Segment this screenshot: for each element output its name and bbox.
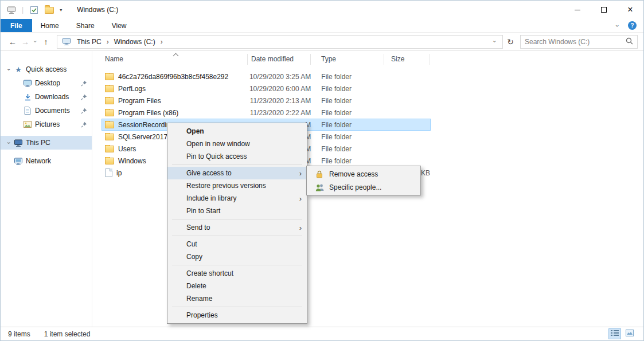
properties-icon[interactable] — [29, 5, 39, 15]
submenu-arrow-icon: › — [299, 194, 302, 203]
details-view-button[interactable] — [608, 328, 621, 339]
menu-separator — [172, 236, 302, 236]
menu-item-delete[interactable]: Delete — [167, 280, 307, 292]
sidebar-item-label: This PC — [26, 139, 50, 147]
file-row[interactable]: 46c2a726da869f96b3b8c5f458e292 10/29/202… — [102, 70, 431, 83]
menu-item-create-shortcut[interactable]: Create shortcut — [167, 267, 307, 280]
explorer-icon — [6, 5, 17, 15]
column-header-type[interactable]: Type — [311, 54, 384, 65]
menu-item-open-in-new-window[interactable]: Open in new window — [167, 138, 307, 150]
this-pc-icon — [13, 139, 24, 147]
pin-icon — [81, 80, 87, 88]
menu-item-rename[interactable]: Rename — [167, 292, 307, 305]
tab-view[interactable]: View — [103, 19, 135, 32]
sidebar-item-documents[interactable]: Documents — [1, 104, 92, 117]
sidebar-item-label: Pictures — [35, 120, 60, 128]
tab-home[interactable]: Home — [32, 19, 68, 32]
search-icon[interactable] — [626, 37, 633, 46]
minimize-icon — [575, 10, 580, 10]
file-row[interactable]: Program Files (x86) 11/23/2020 2:22 AM F… — [102, 107, 431, 119]
sidebar-item-label: Desktop — [35, 79, 60, 87]
column-label: Date modified — [251, 55, 294, 63]
minimize-button[interactable] — [564, 1, 591, 19]
breadcrumb-this-pc[interactable]: This PC — [73, 38, 105, 46]
column-label: Size — [391, 55, 404, 63]
pin-icon — [81, 121, 87, 130]
folder-icon — [105, 73, 114, 80]
pictures-icon — [22, 121, 33, 128]
new-folder-icon[interactable] — [44, 5, 54, 15]
qat-dropdown-icon[interactable]: ▾ — [60, 7, 62, 13]
file-name: Program Files — [118, 97, 161, 105]
file-name: Users — [118, 145, 136, 153]
folder-icon — [105, 121, 114, 128]
column-label: Type — [321, 55, 336, 63]
menu-separator — [172, 265, 302, 265]
breadcrumb-separator-icon[interactable]: › — [159, 38, 165, 46]
sidebar-item-network[interactable]: Network — [1, 154, 92, 168]
address-bar: ← → › ↑ This PC › Windows (C:) › › ↻ — [1, 33, 643, 51]
submenu-item-remove-access[interactable]: Remove access — [307, 167, 420, 181]
tab-file[interactable]: File — [1, 19, 32, 32]
sidebar-item-pictures[interactable]: Pictures — [1, 117, 92, 131]
menu-separator — [172, 307, 302, 307]
help-icon[interactable]: ? — [628, 21, 637, 30]
recent-locations-icon[interactable]: › — [32, 38, 40, 45]
sidebar-item-desktop[interactable]: Desktop — [1, 76, 92, 90]
close-button[interactable]: × — [617, 1, 643, 19]
sidebar-item-quick-access[interactable]: › ★ Quick access — [1, 62, 92, 76]
sidebar-item-label: Network — [26, 157, 51, 165]
search-box — [520, 35, 638, 49]
menu-item-pin-to-start[interactable]: Pin to Start — [167, 205, 307, 217]
submenu-arrow-icon: › — [299, 224, 302, 232]
sidebar-item-this-pc[interactable]: › This PC — [1, 136, 92, 150]
details-view-icon — [611, 330, 619, 338]
menu-item-pin-to-quick-access[interactable]: Pin to Quick access — [167, 150, 307, 163]
folder-icon — [105, 109, 114, 116]
file-type: File folder — [311, 97, 384, 105]
forward-icon[interactable]: → — [19, 37, 32, 46]
chevron-expanded-icon[interactable]: › — [5, 66, 13, 73]
file-name: ip — [116, 169, 122, 177]
folder-icon — [105, 158, 114, 164]
menu-item-properties[interactable]: Properties — [167, 309, 307, 322]
menu-item-restore-previous-versions[interactable]: Restore previous versions — [167, 179, 307, 192]
file-name: 46c2a726da869f96b3b8c5f458e292 — [118, 73, 228, 81]
column-header-date-modified[interactable]: Date modified — [248, 54, 311, 65]
refresh-icon[interactable]: ↻ — [503, 37, 518, 46]
chevron-expanded-icon[interactable]: › — [5, 140, 13, 146]
file-name: Windows — [118, 157, 146, 165]
back-icon[interactable]: ← — [6, 37, 19, 46]
menu-item-give-access-to[interactable]: Give access to› — [167, 167, 307, 179]
column-headers: Name Date modified Type Size — [102, 51, 643, 67]
large-icons-view-icon — [626, 330, 634, 338]
maximize-button[interactable] — [591, 1, 617, 19]
large-icons-view-button[interactable] — [623, 328, 636, 339]
sort-ascending-icon — [173, 53, 179, 58]
search-input[interactable] — [525, 38, 626, 46]
column-header-size[interactable]: Size — [384, 54, 430, 65]
address-dropdown-icon[interactable]: › — [489, 38, 500, 45]
sidebar-item-downloads[interactable]: Downloads — [1, 90, 92, 104]
window-controls: × — [564, 1, 643, 19]
ribbon-tabs: File Home Share View › ? — [1, 19, 643, 33]
tab-share[interactable]: Share — [68, 19, 103, 32]
sidebar-item-label: Quick access — [26, 65, 67, 73]
up-icon[interactable]: ↑ — [40, 37, 52, 46]
file-type: File folder — [311, 157, 384, 165]
menu-item-include-in-library[interactable]: Include in library› — [167, 192, 307, 205]
breadcrumb-separator-icon[interactable]: › — [105, 38, 111, 46]
file-name-cell: 46c2a726da869f96b3b8c5f458e292 — [102, 73, 248, 81]
menu-item-cut[interactable]: Cut — [167, 238, 307, 250]
address-box[interactable]: This PC › Windows (C:) › › — [57, 35, 503, 49]
breadcrumb-windows-c[interactable]: Windows (C:) — [111, 38, 159, 46]
column-header-name[interactable]: Name — [102, 54, 248, 65]
menu-item-open[interactable]: Open — [167, 125, 307, 138]
file-row[interactable]: Program Files 11/23/2020 2:13 AM File fo… — [102, 95, 431, 107]
menu-item-send-to[interactable]: Send to› — [167, 221, 307, 234]
expand-ribbon-icon[interactable]: › — [616, 22, 619, 29]
submenu-item-specific-people[interactable]: Specific people... — [307, 181, 420, 194]
file-row[interactable]: PerfLogs 10/29/2020 6:00 AM File folder — [102, 83, 431, 95]
menu-item-copy[interactable]: Copy — [167, 250, 307, 263]
context-menu: Open Open in new window Pin to Quick acc… — [167, 123, 307, 324]
